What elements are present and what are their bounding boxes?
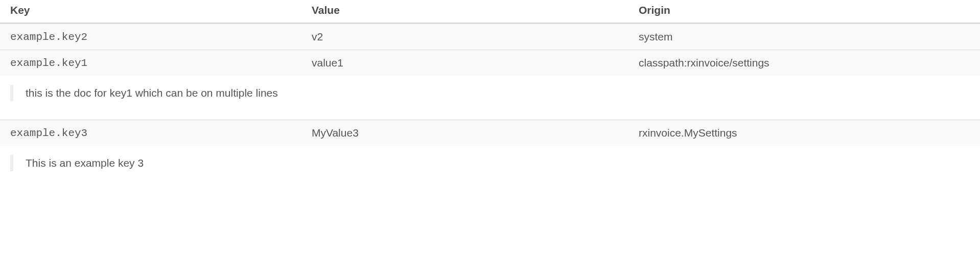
- doc-text: this is the doc for key1 which can be on…: [10, 85, 970, 101]
- cell-origin: rxinvoice.MySettings: [628, 127, 980, 139]
- table-header-row: Key Value Origin: [0, 0, 980, 24]
- cell-value: v2: [301, 31, 628, 43]
- cell-origin: system: [628, 31, 980, 43]
- header-origin: Origin: [628, 4, 980, 16]
- settings-table: Key Value Origin example.key2 v2 system …: [0, 0, 980, 176]
- table-row: example.key2 v2 system: [0, 24, 980, 50]
- doc-block: this is the doc for key1 which can be on…: [0, 76, 980, 120]
- cell-origin: classpath:rxinvoice/settings: [628, 57, 980, 69]
- cell-key: example.key3: [0, 127, 301, 139]
- cell-value: value1: [301, 57, 628, 69]
- cell-key: example.key2: [0, 31, 301, 43]
- cell-value: MyValue3: [301, 127, 628, 139]
- doc-text: This is an example key 3: [10, 155, 970, 171]
- table-row: example.key1 value1 classpath:rxinvoice/…: [0, 50, 980, 76]
- header-value: Value: [301, 4, 628, 16]
- header-key: Key: [0, 4, 301, 16]
- doc-block: This is an example key 3: [0, 146, 980, 176]
- table-row: example.key3 MyValue3 rxinvoice.MySettin…: [0, 120, 980, 146]
- cell-key: example.key1: [0, 57, 301, 69]
